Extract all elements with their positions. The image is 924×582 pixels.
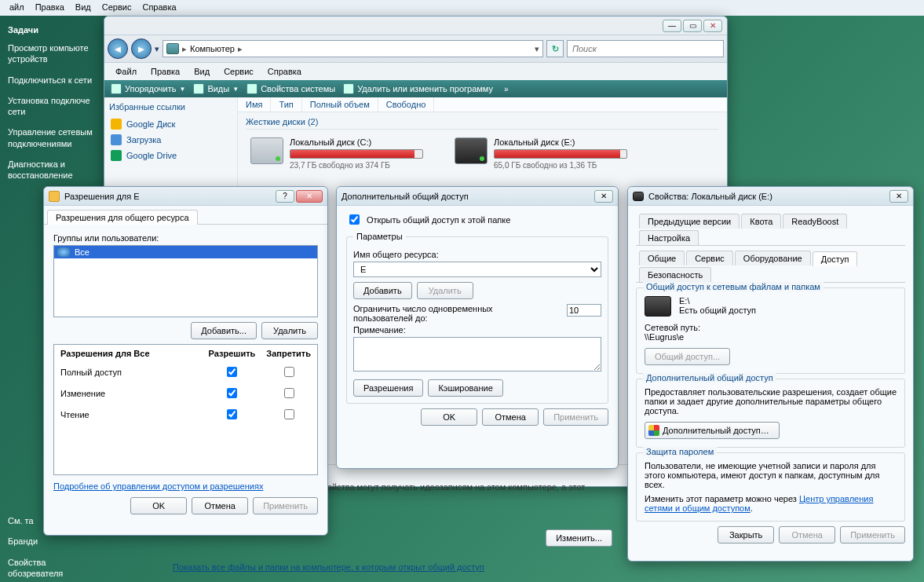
fav-google-disk[interactable]: Google Диск	[109, 116, 232, 132]
menu-tools[interactable]: Сервис	[97, 2, 137, 14]
perm-apply-button[interactable]: Применить	[253, 497, 318, 514]
drive-e[interactable]: Локальный диск (E:) 65,0 ГБ свободно из …	[455, 137, 627, 170]
maximize-icon[interactable]: ▭	[683, 20, 702, 32]
share-button[interactable]: Общий доступ...	[645, 348, 730, 365]
change-button[interactable]: Изменить...	[546, 529, 612, 547]
tab-prev-versions[interactable]: Предыдущие версии	[639, 214, 740, 229]
search-input[interactable]	[567, 40, 724, 57]
tab-hardware[interactable]: Оборудование	[735, 251, 811, 265]
tab-general[interactable]: Общие	[639, 251, 685, 265]
allow-change-checkbox[interactable]	[227, 388, 237, 398]
learn-permissions-link[interactable]: Подробнее об управлении доступом и разре…	[53, 481, 263, 491]
col-type[interactable]: Тип	[271, 97, 301, 112]
adv-apply-button[interactable]: Применить	[543, 408, 608, 426]
exp-menu-view[interactable]: Вид	[188, 65, 216, 78]
share-status: Есть общий доступ	[679, 306, 756, 315]
group-hard-drives[interactable]: Жесткие диски (2)	[238, 112, 727, 133]
gdrive-icon	[111, 119, 122, 130]
show-all-shared-link[interactable]: Показать все файлы и папки на компьютере…	[173, 562, 484, 572]
permissions-window: Разрешения для E ? ✕ Разрешения для обще…	[43, 186, 328, 536]
nav-back-icon[interactable]: ◄	[108, 38, 128, 59]
perm-col-name: Разрешения для Все	[56, 346, 203, 361]
col-free[interactable]: Свободно	[378, 97, 435, 112]
toolbar-uninstall[interactable]: Удалить или изменить программу	[343, 83, 493, 94]
deny-change-checkbox[interactable]	[284, 388, 294, 398]
limit-spinner[interactable]	[567, 304, 601, 317]
menu-view[interactable]: Вид	[71, 2, 96, 14]
deny-full-checkbox[interactable]	[284, 367, 294, 377]
user-everyone[interactable]: Все	[54, 246, 317, 258]
sidebar-item-view-devices[interactable]: Просмотр компьюте устройств	[0, 38, 102, 70]
address-bar[interactable]: ▸ Компьютер ▸ ▾	[163, 40, 543, 57]
drive-icon	[645, 296, 671, 317]
sidebar-item-connect-network[interactable]: Подключиться к сети	[0, 70, 102, 90]
perm-close-icon[interactable]: ✕	[296, 190, 323, 203]
props-cancel-button[interactable]: Отмена	[779, 526, 835, 544]
col-total[interactable]: Полный объем	[302, 97, 378, 112]
share-add-button[interactable]: Добавить	[353, 282, 412, 299]
fav-downloads[interactable]: Загрузка	[109, 132, 232, 148]
toolbar-views[interactable]: Виды▼	[193, 83, 239, 94]
tab-tools[interactable]: Сервис	[686, 251, 733, 265]
props-close-button[interactable]: Закрыть	[718, 526, 774, 544]
drive-c-bar	[290, 149, 423, 159]
share-del-button[interactable]: Удалить	[417, 282, 473, 299]
col-name[interactable]: Имя	[238, 97, 271, 112]
exp-menu-file[interactable]: Файл	[109, 65, 143, 78]
menu-edit[interactable]: Правка	[31, 2, 69, 14]
exp-menu-help[interactable]: Справка	[261, 65, 308, 78]
sidebar-ie-options[interactable]: Свойства обозревателя	[0, 552, 102, 582]
tab-security[interactable]: Безопасность	[639, 267, 711, 282]
adv-share-button[interactable]: Дополнительный доступ…	[645, 422, 780, 439]
sidebar-item-diagnose[interactable]: Диагностика и восстановление	[0, 154, 102, 186]
explorer-menubar: Файл Правка Вид Сервис Справка	[104, 63, 727, 80]
share-name-select[interactable]: E	[353, 262, 601, 277]
remove-user-button[interactable]: Удалить	[261, 322, 318, 339]
netpath-label: Сетевой путь:	[645, 323, 897, 332]
perm-ok-button[interactable]: OK	[130, 497, 187, 514]
drive-c-name: Локальный диск (C:)	[290, 137, 423, 147]
add-user-button[interactable]: Добавить...	[191, 322, 257, 339]
perm-cancel-button[interactable]: Отмена	[192, 497, 248, 514]
minimize-icon[interactable]: —	[663, 20, 681, 32]
tab-share-permissions[interactable]: Разрешения для общего ресурса	[47, 210, 198, 225]
props-apply-button[interactable]: Применить	[840, 526, 905, 544]
open-share-checkbox[interactable]	[349, 214, 360, 225]
sidebar-item-manage-connections[interactable]: Управление сетевым подключениями	[0, 122, 102, 154]
allow-read-checkbox[interactable]	[227, 409, 237, 419]
refresh-icon[interactable]: ↻	[546, 40, 564, 57]
network-share-group: Общий доступ к сетевым файлам и папкам E…	[636, 287, 905, 374]
menu-help[interactable]: Справка	[137, 2, 181, 14]
adv-cancel-button[interactable]: Отмена	[482, 408, 539, 426]
caching-button[interactable]: Кэширование	[428, 379, 502, 397]
allow-full-checkbox[interactable]	[227, 367, 237, 377]
tab-sharing[interactable]: Доступ	[813, 251, 858, 266]
close-icon[interactable]: ✕	[703, 20, 722, 32]
toolbar-overflow-icon[interactable]: »	[504, 85, 509, 93]
nav-forward-icon[interactable]: ►	[131, 38, 152, 59]
tab-quota[interactable]: Квота	[741, 214, 781, 229]
toolbar-organize[interactable]: Упорядочить▼	[111, 83, 185, 94]
props-close-icon[interactable]: ✕	[889, 190, 908, 203]
tab-readyboost[interactable]: ReadyBoost	[783, 214, 847, 229]
permissions-button[interactable]: Разрешения	[353, 379, 423, 397]
drive-c[interactable]: Локальный диск (C:) 23,7 ГБ свободно из …	[250, 137, 423, 170]
tasks-sidebar: Задачи Просмотр компьюте устройств Подкл…	[0, 16, 102, 192]
fav-google-drive[interactable]: Google Drive	[109, 148, 232, 163]
menu-file[interactable]: айл	[5, 2, 29, 14]
exp-menu-edit[interactable]: Правка	[144, 65, 186, 78]
note-textarea[interactable]	[353, 337, 601, 372]
tab-customize[interactable]: Настройка	[639, 230, 699, 245]
exp-menu-tools[interactable]: Сервис	[217, 65, 260, 78]
advshare-close-icon[interactable]: ✕	[594, 190, 613, 203]
toolbar-sysprops[interactable]: Свойства системы	[247, 83, 335, 94]
deny-read-checkbox[interactable]	[284, 409, 294, 419]
breadcrumb-computer[interactable]: Компьютер	[190, 44, 235, 53]
perm-help-icon[interactable]: ?	[276, 190, 294, 203]
nav-history-dropdown[interactable]: ▾	[155, 44, 159, 54]
disk-icon	[633, 192, 644, 201]
sidebar-item-setup-network[interactable]: Установка подключе сети	[0, 90, 102, 123]
adv-share-legend: Дополнительный общий доступ	[643, 373, 776, 383]
adv-ok-button[interactable]: OK	[421, 408, 477, 426]
users-list[interactable]: Все	[53, 245, 318, 317]
